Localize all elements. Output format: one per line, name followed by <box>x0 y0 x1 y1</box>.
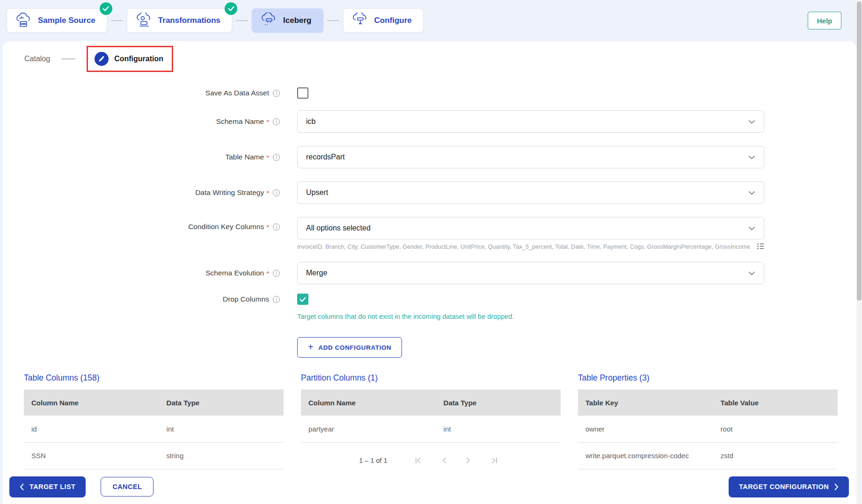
table-properties-table: Table Key Table Value owner root write.p… <box>578 389 838 469</box>
cell-table-key: owner <box>578 416 713 442</box>
info-icon[interactable]: i <box>273 90 280 97</box>
step-connector <box>327 20 339 21</box>
step-connector <box>236 20 248 21</box>
column-header: Column Name <box>301 389 436 416</box>
step-label: Sample Source <box>38 16 95 25</box>
pagination-range-label: 1 – 1 of 1 <box>359 457 387 464</box>
table-row: partyear int <box>301 416 561 442</box>
required-asterisk: * <box>266 153 269 161</box>
step-label: Transformations <box>158 16 220 25</box>
sub-navigation: Catalog Configuration <box>24 46 173 72</box>
chevron-down-icon <box>748 117 755 126</box>
step-iceberg[interactable]: Iceberg <box>252 8 323 33</box>
cell-data-type: int <box>436 416 561 442</box>
required-asterisk: * <box>266 269 269 277</box>
scrollbar-track[interactable] <box>856 0 862 504</box>
schema-name-row: Schema Name* i icb <box>3 110 798 133</box>
condition-key-columns-row: Condition Key Columns* i All options sel… <box>3 217 798 251</box>
cloud-configure-icon <box>352 13 369 29</box>
cell-column-name: partyear <box>301 416 436 442</box>
data-writing-strategy-select[interactable]: Upsert <box>297 181 764 204</box>
info-icon[interactable]: i <box>273 223 280 230</box>
pencil-icon <box>95 52 109 66</box>
info-icon[interactable]: i <box>273 270 280 277</box>
drop-columns-row: Drop Columns i Target columns that do no… <box>3 294 798 320</box>
column-header: Column Name <box>24 389 159 416</box>
column-header: Data Type <box>436 389 561 416</box>
help-button[interactable]: Help <box>808 12 841 29</box>
step-completed-check-icon <box>100 2 112 15</box>
info-icon[interactable]: i <box>273 296 280 303</box>
info-icon[interactable]: i <box>273 154 280 161</box>
data-writing-strategy-label: Data Writing Strategy* i <box>3 188 280 197</box>
chevron-left-icon <box>20 483 24 490</box>
iceberg-configuration-form: Save As Data Asset i Schema Name* i icb <box>3 86 798 358</box>
save-as-data-asset-label: Save As Data Asset i <box>3 89 280 97</box>
step-sample-source[interactable]: Sample Source <box>7 8 107 33</box>
chevron-down-icon <box>748 153 755 161</box>
partition-columns-section: Partition Columns (1) Column Name Data T… <box>301 371 561 473</box>
data-writing-strategy-row: Data Writing Strategy* i Upsert <box>3 181 798 204</box>
table-row: write.parquet.compression-codec zstd <box>578 442 838 469</box>
drop-columns-checkbox[interactable] <box>297 294 308 305</box>
schema-evolution-select[interactable]: Merge <box>297 262 764 284</box>
column-header: Data Type <box>159 389 284 416</box>
step-completed-check-icon <box>225 2 237 15</box>
tab-catalog[interactable]: Catalog <box>24 55 50 63</box>
add-configuration-row: + ADD CONFIGURATION <box>3 337 798 358</box>
schema-evolution-label: Schema Evolution* i <box>3 269 280 277</box>
save-as-data-asset-checkbox[interactable] <box>297 87 308 99</box>
plus-icon: + <box>308 342 314 353</box>
cell-table-value: root <box>713 416 838 442</box>
target-list-button[interactable]: TARGET LIST <box>9 476 86 497</box>
table-name-row: Table Name* i recordsPart <box>3 146 798 168</box>
condition-key-columns-label: Condition Key Columns* i <box>3 223 280 231</box>
subnav-connector <box>61 58 75 59</box>
table-columns-title: Table Columns (158) <box>24 373 284 383</box>
partition-columns-title: Partition Columns (1) <box>301 373 561 383</box>
target-configuration-button[interactable]: TARGET CONFIGURATION <box>729 476 849 497</box>
cell-table-key: write.parquet.compression-codec <box>578 442 713 469</box>
schema-name-label: Schema Name* i <box>3 117 280 126</box>
table-name-select[interactable]: recordsPart <box>297 146 764 168</box>
configuration-panel: Catalog Configuration Save As Data Asset… <box>3 41 856 504</box>
schema-name-select[interactable]: icb <box>297 110 764 133</box>
add-configuration-button[interactable]: + ADD CONFIGURATION <box>297 337 402 358</box>
table-name-value: recordsPart <box>306 153 748 161</box>
table-row: SSN string <box>24 442 284 469</box>
step-connector <box>111 20 123 21</box>
cloud-target-icon <box>261 13 278 29</box>
info-icon[interactable]: i <box>273 118 280 125</box>
scrollbar-thumb[interactable] <box>857 1 862 301</box>
chevron-right-icon <box>834 483 839 490</box>
required-asterisk: * <box>266 189 269 197</box>
cancel-button[interactable]: CANCEL <box>101 477 153 497</box>
selected-columns-text: InvoiceID, Branch, City, CustomerType, G… <box>297 244 750 250</box>
tab-configuration-label: Configuration <box>114 55 163 63</box>
step-transformations[interactable]: Transformations <box>127 8 232 33</box>
required-asterisk: * <box>266 118 269 126</box>
cloud-transform-icon <box>136 13 153 29</box>
selected-columns-summary: InvoiceID, Branch, City, CustomerType, G… <box>297 243 764 251</box>
prev-page-icon[interactable] <box>437 457 451 464</box>
table-properties-title: Table Properties (3) <box>578 373 838 383</box>
next-page-icon[interactable] <box>461 457 475 464</box>
cell-data-type: string <box>159 442 284 469</box>
condition-key-columns-select[interactable]: All options selected <box>297 217 764 239</box>
table-row: id int <box>24 416 284 442</box>
cell-data-type: int <box>159 416 284 442</box>
schema-evolution-value: Merge <box>306 269 748 277</box>
data-writing-strategy-value: Upsert <box>306 188 748 197</box>
last-page-icon[interactable] <box>486 457 503 464</box>
tab-configuration[interactable]: Configuration <box>87 46 173 72</box>
view-list-icon[interactable] <box>757 243 764 251</box>
info-icon[interactable]: i <box>273 189 280 196</box>
first-page-icon[interactable] <box>410 457 427 464</box>
drop-columns-helper-text: Target columns that do not exist in the … <box>297 313 764 320</box>
table-name-label: Table Name* i <box>3 153 280 161</box>
step-label: Iceberg <box>283 16 311 25</box>
required-asterisk: * <box>266 223 269 231</box>
schema-name-value: icb <box>306 117 748 126</box>
partition-pagination: 1 – 1 of 1 <box>301 457 561 464</box>
step-configure[interactable]: Configure <box>343 8 424 33</box>
